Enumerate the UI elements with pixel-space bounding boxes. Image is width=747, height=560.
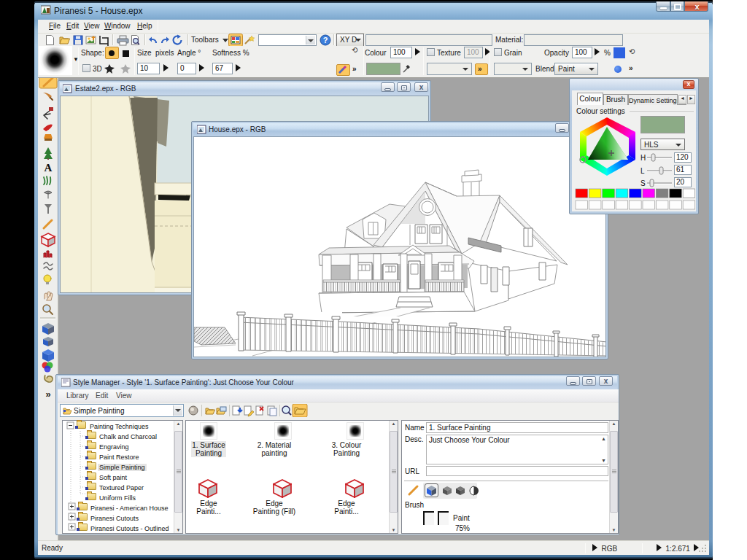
svg-text:S: S	[640, 179, 646, 187]
svg-text:H: H	[640, 154, 646, 162]
svg-text:L: L	[640, 167, 645, 175]
svg-text:?: ?	[323, 36, 328, 44]
svg-text:»: »	[45, 389, 50, 400]
svg-text:A: A	[44, 162, 53, 174]
